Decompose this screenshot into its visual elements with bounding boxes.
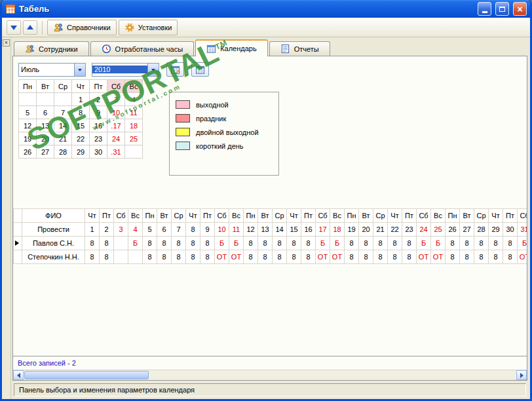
maximize-button[interactable] xyxy=(495,2,509,16)
edit-calendar-button[interactable] xyxy=(166,62,184,77)
calendar-day-cell[interactable]: 22 xyxy=(72,132,90,145)
calendar-day-cell[interactable]: 8 xyxy=(72,106,90,119)
minimize-button[interactable] xyxy=(478,2,491,16)
calendar-day-cell[interactable]: 5 xyxy=(19,106,37,119)
grid-value-cell[interactable]: ОТ xyxy=(330,250,345,264)
grid-value-cell[interactable]: 8 xyxy=(503,237,518,250)
grid-value-cell[interactable]: 8 xyxy=(157,237,172,250)
grid-daynumber-cell[interactable]: 31 xyxy=(518,223,527,237)
grid-value-cell[interactable]: 8 xyxy=(359,250,373,264)
calendar-day-cell[interactable]: 1 xyxy=(72,93,90,106)
grid-value-cell[interactable]: Б xyxy=(229,237,244,250)
calendar-day-cell[interactable]: 30 xyxy=(90,145,107,159)
grid-value-cell[interactable]: 8 xyxy=(359,237,373,250)
grid-value-cell[interactable]: ОТ xyxy=(417,250,431,264)
calendar-day-cell[interactable]: 18 xyxy=(125,119,143,132)
calendar-day-cell[interactable] xyxy=(54,93,72,106)
grid-value-cell[interactable]: 8 xyxy=(287,237,301,250)
grid-value-cell[interactable]: 8 xyxy=(273,250,287,264)
grid-daynumber-cell[interactable]: 16 xyxy=(301,223,316,237)
grid-value-cell[interactable]: Б xyxy=(431,237,446,250)
grid-value-cell[interactable]: 8 xyxy=(186,237,200,250)
grid-value-cell[interactable]: 8 xyxy=(301,237,316,250)
grid-value-cell[interactable]: Б xyxy=(215,237,229,250)
grid-value-cell[interactable]: Б xyxy=(518,237,527,250)
grid-daynumber-cell[interactable]: 11 xyxy=(229,223,244,237)
grid-value-cell[interactable]: 8 xyxy=(244,250,258,264)
calendar-day-cell[interactable]: 27 xyxy=(37,145,54,159)
splitter-close-icon[interactable]: × xyxy=(3,39,10,47)
grid-value-cell[interactable]: Б xyxy=(114,237,128,250)
grid-value-cell[interactable] xyxy=(128,250,143,264)
grid-daynumber-cell[interactable]: 21 xyxy=(373,223,388,237)
grid-daynumber-cell[interactable]: 17 xyxy=(316,223,330,237)
grid-value-cell[interactable]: ОТ xyxy=(215,250,229,264)
grid-value-cell[interactable]: ОТ xyxy=(316,250,330,264)
calendar-day-cell[interactable]: 21 xyxy=(54,132,72,145)
grid-value-cell[interactable]: 8 xyxy=(503,250,518,264)
grid-daynumber-cell[interactable]: 25 xyxy=(431,223,446,237)
scroll-right-button[interactable] xyxy=(516,370,527,380)
grid-value-cell[interactable]: 8 xyxy=(172,237,186,250)
settings-button[interactable]: Установки xyxy=(119,20,178,35)
grid-daynumber-cell[interactable]: 29 xyxy=(489,223,503,237)
calendar-day-cell[interactable]: 3 xyxy=(107,93,125,106)
grid-value-cell[interactable] xyxy=(114,250,128,264)
grid-daynumber-cell[interactable]: 4 xyxy=(128,223,143,237)
grid-value-cell[interactable]: 8 xyxy=(200,237,215,250)
grid-daynumber-cell[interactable]: 8 xyxy=(186,223,200,237)
grid-value-cell[interactable]: ОТ xyxy=(229,250,244,264)
grid-daynumber-cell[interactable]: 14 xyxy=(273,223,287,237)
grid-daynumber-cell[interactable]: 15 xyxy=(287,223,301,237)
year-select[interactable]: 2010 xyxy=(92,63,159,77)
grid-daynumber-cell[interactable]: 27 xyxy=(460,223,474,237)
grid-value-cell[interactable]: 8 xyxy=(143,237,157,250)
calendar-day-cell[interactable]: 26 xyxy=(19,145,37,159)
grid-value-cell[interactable]: 8 xyxy=(172,250,186,264)
grid-value-cell[interactable]: 8 xyxy=(446,237,460,250)
grid-value-cell[interactable]: 8 xyxy=(460,250,474,264)
grid-daynumber-cell[interactable]: 13 xyxy=(258,223,273,237)
calendar-day-cell[interactable]: 29 xyxy=(72,145,90,159)
calendar-day-cell[interactable]: 19 xyxy=(19,132,37,145)
scrollbar-thumb[interactable] xyxy=(24,371,149,379)
grid-daynumber-cell[interactable]: 7 xyxy=(172,223,186,237)
grid-daynumber-cell[interactable]: 6 xyxy=(157,223,172,237)
grid-daynumber-cell[interactable]: 5 xyxy=(143,223,157,237)
grid-value-cell[interactable]: 8 xyxy=(373,250,388,264)
chevron-down-icon[interactable] xyxy=(147,64,159,76)
grid-value-cell[interactable]: ОТ xyxy=(431,250,446,264)
grid-daynumber-cell[interactable]: 24 xyxy=(417,223,431,237)
employee-name-cell[interactable]: Павлов С.Н. xyxy=(22,237,85,250)
tab-employees[interactable]: Сотрудники xyxy=(14,41,89,56)
calendar-day-cell[interactable]: 10 xyxy=(107,106,125,119)
calendar-day-cell[interactable]: 15 xyxy=(72,119,90,132)
grid-value-cell[interactable]: 8 xyxy=(474,250,489,264)
grid-daynumber-cell[interactable]: 23 xyxy=(402,223,417,237)
move-up-button[interactable] xyxy=(23,20,37,35)
grid-daynumber-cell[interactable]: 28 xyxy=(474,223,489,237)
grid-daynumber-cell[interactable]: 3 xyxy=(114,223,128,237)
grid-value-cell[interactable]: 8 xyxy=(345,237,359,250)
grid-daynumber-cell[interactable]: 9 xyxy=(200,223,215,237)
grid-value-cell[interactable]: 8 xyxy=(301,250,316,264)
grid-value-cell[interactable]: 8 xyxy=(100,250,114,264)
calendar-day-cell[interactable]: 14 xyxy=(54,119,72,132)
grid-value-cell[interactable]: 8 xyxy=(345,250,359,264)
grid-value-cell[interactable]: Б xyxy=(316,237,330,250)
calendar-day-cell[interactable]: 12 xyxy=(19,119,37,132)
calendar-day-cell[interactable] xyxy=(37,93,54,106)
calendar-day-cell[interactable]: 25 xyxy=(125,132,143,145)
grid-daynumber-cell[interactable]: 20 xyxy=(359,223,373,237)
scroll-left-button[interactable] xyxy=(13,370,24,380)
calendar-day-cell[interactable] xyxy=(125,145,143,159)
calendar-day-cell[interactable]: 4 xyxy=(125,93,143,106)
view-calendar-button[interactable] xyxy=(191,62,209,77)
calendar-day-cell[interactable] xyxy=(19,93,37,106)
grid-value-cell[interactable]: 8 xyxy=(143,250,157,264)
employee-name-cell[interactable]: Степочкин Н.Н. xyxy=(22,250,85,264)
grid-daynumber-cell[interactable]: 18 xyxy=(330,223,345,237)
grid-value-cell[interactable]: 8 xyxy=(186,250,200,264)
grid-value-cell[interactable]: 8 xyxy=(489,237,503,250)
grid-value-cell[interactable]: 8 xyxy=(287,250,301,264)
